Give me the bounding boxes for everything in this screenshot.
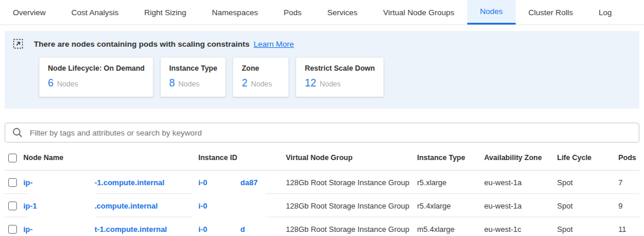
node-name-link[interactable]: ip--1.compute.internal [23, 178, 164, 187]
tab-cluster-rolls[interactable]: Cluster Rolls [516, 0, 586, 25]
filter-bar [5, 123, 639, 143]
row-checkbox[interactable] [8, 225, 17, 234]
tab-overview[interactable]: Overview [0, 0, 58, 25]
constraint-card-restrict-scale-down[interactable]: Restrict Scale Down12Nodes [296, 57, 383, 97]
column-header-virtual-node-group[interactable]: Virtual Node Group [286, 154, 417, 162]
tab-namespaces[interactable]: Namespaces [199, 0, 271, 25]
virtual-node-group-cell: 128Gb Root Storage Instance Group [286, 178, 417, 187]
card-count: 12Nodes [304, 77, 374, 89]
column-header-instance-type[interactable]: Instance Type [417, 154, 484, 162]
pods-cell: 9 [618, 202, 639, 210]
constraint-cards: Node Lifecycle: On Demand6NodesInstance … [39, 57, 631, 97]
nodes-table: Node NameInstance IDVirtual Node GroupIn… [5, 145, 639, 236]
table-row[interactable]: ip--1.compute.internal i-0da87 128Gb Roo… [5, 171, 639, 194]
availability-zone-cell: eu-west-1c [484, 225, 557, 234]
row-checkbox[interactable] [8, 202, 17, 210]
instance-type-cell: r5.xlarge [417, 178, 484, 187]
row-checkbox[interactable] [8, 178, 17, 187]
table-header-row: Node NameInstance IDVirtual Node GroupIn… [5, 145, 639, 171]
card-title: Restrict Scale Down [304, 64, 374, 72]
table-body: ip--1.compute.internal i-0da87 128Gb Roo… [5, 171, 639, 236]
banner-message: There are nodes containing pods with sca… [34, 40, 250, 48]
tab-cost-analysis[interactable]: Cost Analysis [58, 0, 131, 25]
life-cycle-cell: Spot [557, 202, 618, 210]
tab-virtual-node-groups[interactable]: Virtual Node Groups [370, 0, 467, 25]
constraint-card-instance-type[interactable]: Instance Type8Nodes [160, 57, 226, 97]
nodes-page: OverviewCost AnalysisRight SizingNamespa… [0, 0, 644, 236]
header-checkbox-cell [5, 152, 23, 162]
card-title: Instance Type [169, 64, 217, 72]
pods-cell: 7 [618, 178, 639, 187]
pods-cell: 11 [618, 225, 639, 234]
column-header-pods[interactable]: Pods [618, 154, 639, 162]
card-title: Node Lifecycle: On Demand [48, 64, 145, 72]
banner-message-row: There are nodes containing pods with sca… [13, 39, 631, 49]
column-header-life-cycle[interactable]: Life Cycle [557, 154, 618, 162]
tab-pods[interactable]: Pods [271, 0, 314, 25]
search-icon [12, 127, 23, 138]
card-count: 2Nodes [242, 77, 280, 89]
scaling-constraints-banner: There are nodes containing pods with sca… [5, 31, 639, 109]
instance-type-cell: m5.4xlarge [417, 225, 484, 234]
instance-id-link[interactable]: i-0d [198, 225, 245, 234]
search-input[interactable] [5, 123, 639, 143]
virtual-node-group-cell: 128Gb Root Storage Instance Group [286, 225, 417, 234]
tab-services[interactable]: Services [314, 0, 370, 25]
availability-zone-cell: eu-west-1a [484, 202, 557, 210]
table-row[interactable]: ip-1.compute.internal i-0 128Gb Root Sto… [5, 194, 639, 217]
column-header-node-name[interactable]: Node Name [23, 154, 198, 162]
virtual-node-group-cell: 128Gb Root Storage Instance Group [286, 202, 417, 210]
constraint-card-node-lifecycle-on-demand[interactable]: Node Lifecycle: On Demand6Nodes [39, 57, 153, 97]
instance-type-cell: r5.4xlarge [417, 202, 484, 210]
life-cycle-cell: Spot [557, 225, 618, 234]
instance-id-link[interactable]: i-0da87 [198, 178, 258, 187]
instance-id-link[interactable]: i-0 [198, 202, 240, 210]
life-cycle-cell: Spot [557, 178, 618, 187]
tab-log[interactable]: Log [586, 0, 625, 25]
card-count: 6Nodes [48, 77, 145, 89]
column-header-availability-zone[interactable]: Availability Zone [484, 154, 557, 162]
scale-out-icon [13, 39, 23, 49]
tab-bar: OverviewCost AnalysisRight SizingNamespa… [0, 0, 644, 25]
constraint-card-zone[interactable]: Zone2Nodes [233, 57, 289, 97]
select-all-checkbox[interactable] [8, 154, 17, 162]
tab-nodes[interactable]: Nodes [467, 0, 516, 25]
availability-zone-cell: eu-west-1a [484, 178, 557, 187]
node-name-link[interactable]: ip-1.compute.internal [23, 202, 158, 210]
card-title: Zone [242, 64, 280, 72]
learn-more-link[interactable]: Learn More [254, 40, 294, 48]
node-name-link[interactable]: ip-t-1.compute.internal [23, 225, 167, 234]
tab-right-sizing[interactable]: Right Sizing [131, 0, 199, 25]
table-row[interactable]: ip-t-1.compute.internal i-0d 128Gb Root … [5, 217, 639, 236]
column-header-instance-id[interactable]: Instance ID [198, 154, 286, 162]
card-count: 8Nodes [169, 77, 217, 89]
